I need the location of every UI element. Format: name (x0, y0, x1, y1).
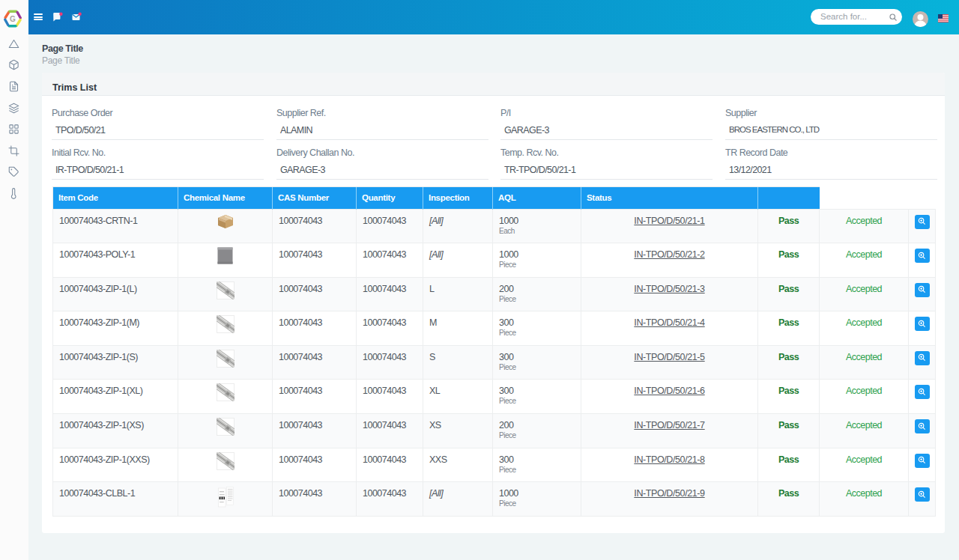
svg-text:G: G (10, 15, 16, 23)
